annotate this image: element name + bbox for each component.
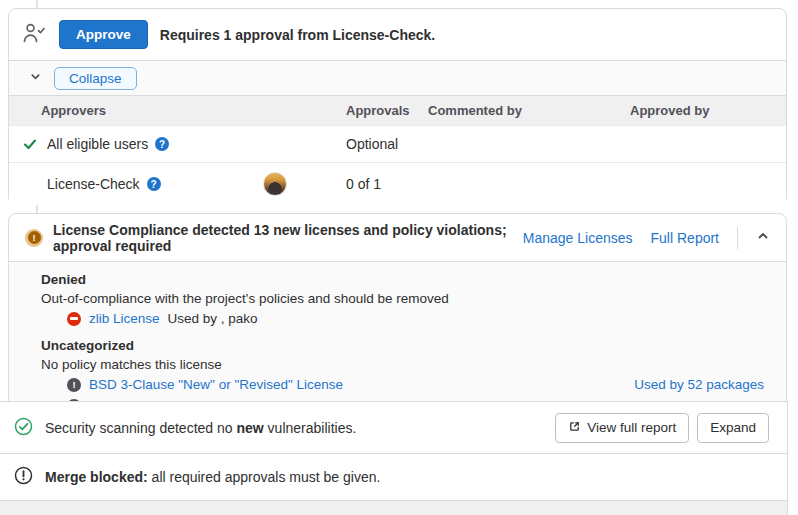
external-link-icon <box>568 420 581 436</box>
help-icon[interactable]: ? <box>147 177 161 191</box>
approvals-widget: Approve Requires 1 approval from License… <box>8 8 787 205</box>
check-icon <box>23 138 41 150</box>
approver-name: All eligible users <box>47 136 148 152</box>
license-summary-text: License Compliance detected 13 new licen… <box>53 222 513 254</box>
help-icon[interactable]: ? <box>155 137 169 151</box>
approve-button[interactable]: Approve <box>59 20 148 49</box>
used-by-link[interactable]: Used by 52 packages <box>634 377 764 392</box>
approvers-table-header: Approvers Approvals Commented by Approve… <box>9 95 786 125</box>
column-header-approvers: Approvers <box>9 103 346 118</box>
license-header-row: ! License Compliance detected 13 new lic… <box>9 214 786 261</box>
warning-icon: ! <box>25 229 43 247</box>
list-item: zlib License Used by , pako <box>41 308 764 329</box>
column-header-approved-by: Approved by <box>630 103 786 118</box>
approver-cell: All eligible users ? <box>9 136 346 152</box>
collapse-row: Collapse <box>9 60 786 95</box>
column-header-commented-by: Commented by <box>428 103 630 118</box>
chevron-down-icon[interactable] <box>29 70 42 86</box>
license-compliance-widget: ! License Compliance detected 13 new lic… <box>8 213 787 402</box>
approvals-value: Optional <box>346 136 428 152</box>
license-link[interactable]: BSD 3-Clause "New" or "Revised" License <box>89 377 343 392</box>
view-full-report-button[interactable]: View full report <box>555 413 689 443</box>
used-by-text: Used by , pako <box>168 311 258 326</box>
divider <box>737 227 738 249</box>
full-report-link[interactable]: Full Report <box>651 230 719 246</box>
denied-section-title: Denied <box>41 270 764 289</box>
table-row: All eligible users ? Optional <box>9 125 786 162</box>
mr-widget-bottom-section: Security scanning detected no new vulner… <box>0 401 788 515</box>
widget-footer-strip <box>0 501 788 515</box>
approve-row: Approve Requires 1 approval from License… <box>9 9 786 60</box>
uncategorized-section-description: No policy matches this license <box>41 355 764 374</box>
alert-circle-icon <box>14 466 33 488</box>
license-link[interactable]: zlib License <box>89 311 160 326</box>
chevron-up-icon[interactable] <box>756 229 770 246</box>
approvals-value: 0 of 1 <box>346 176 428 192</box>
license-header-actions: Manage Licenses Full Report <box>523 227 770 249</box>
avatar[interactable] <box>263 172 287 196</box>
column-header-approvals: Approvals <box>346 103 428 118</box>
security-scanning-row: Security scanning detected no new vulner… <box>0 401 788 454</box>
merge-blocked-row: Merge blocked: all required approvals mu… <box>0 454 788 501</box>
info-icon: ! <box>67 378 81 392</box>
success-circle-check-icon <box>14 417 33 439</box>
user-check-icon <box>21 21 47 48</box>
merge-blocked-message: Merge blocked: all required approvals mu… <box>45 469 380 485</box>
denied-icon <box>67 312 81 326</box>
collapse-button[interactable]: Collapse <box>54 67 137 90</box>
approver-cell: License-Check ? <box>9 176 346 192</box>
approver-name: License-Check <box>47 176 140 192</box>
table-row: License-Check ? 0 of 1 <box>9 162 786 205</box>
uncategorized-section-title: Uncategorized <box>41 336 764 355</box>
expand-button[interactable]: Expand <box>697 413 769 443</box>
approval-requirement-text: Requires 1 approval from License-Check. <box>160 27 435 43</box>
license-report-body: Denied Out-of-compliance with the projec… <box>9 261 786 401</box>
list-item: ! BSD 3-Clause "New" or "Revised" Licens… <box>41 374 764 395</box>
security-message: Security scanning detected no new vulner… <box>45 420 543 436</box>
denied-section-description: Out-of-compliance with the project's pol… <box>41 289 764 308</box>
manage-licenses-link[interactable]: Manage Licenses <box>523 230 633 246</box>
